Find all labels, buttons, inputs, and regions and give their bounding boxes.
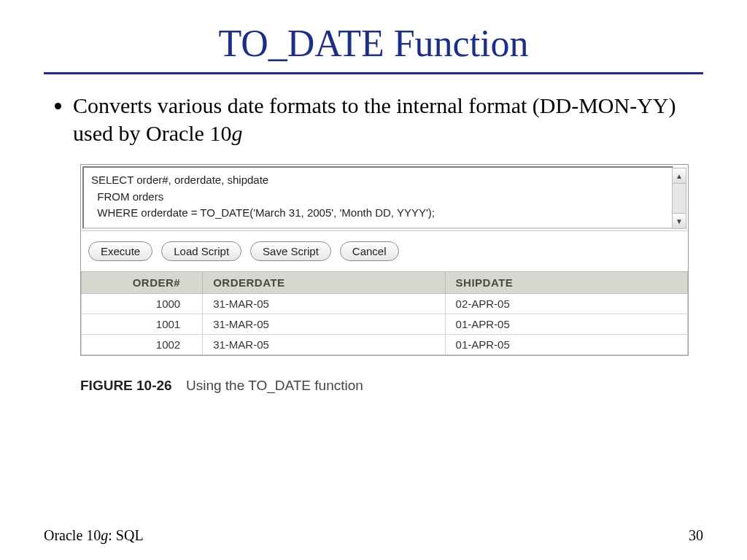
col-header-order: ORDER# bbox=[82, 272, 203, 294]
bullet-list: Converts various date formats to the int… bbox=[53, 92, 703, 147]
bullet-text: Converts various date formats to the int… bbox=[73, 93, 676, 145]
footer-book: Oracle 10g: SQL bbox=[44, 527, 144, 544]
slide-title: TO_DATE Function bbox=[44, 22, 703, 65]
title-divider bbox=[44, 72, 703, 74]
footer-book-italic: g bbox=[101, 527, 108, 543]
table-header-row: ORDER# ORDERDATE SHIPDATE bbox=[82, 272, 688, 294]
scrollbar[interactable]: ▲ ▼ bbox=[672, 168, 686, 229]
cell-order: 1001 bbox=[82, 314, 203, 335]
cell-orderdate: 31-MAR-05 bbox=[203, 314, 445, 335]
figure-caption-text: Using the TO_DATE function bbox=[186, 378, 363, 393]
cell-order: 1000 bbox=[82, 294, 203, 314]
col-header-orderdate: ORDERDATE bbox=[203, 272, 445, 294]
footer-page-number: 30 bbox=[689, 527, 703, 544]
table-row: 1001 31-MAR-05 01-APR-05 bbox=[82, 314, 688, 335]
sql-editor-wrap: SELECT order#, orderdate, shipdate FROM … bbox=[81, 166, 688, 231]
cell-shipdate: 01-APR-05 bbox=[445, 314, 687, 335]
scroll-down-icon[interactable]: ▼ bbox=[673, 213, 686, 228]
cell-shipdate: 01-APR-05 bbox=[445, 335, 687, 355]
col-header-shipdate: SHIPDATE bbox=[445, 272, 687, 294]
figure-label: FIGURE 10-26 bbox=[80, 378, 172, 393]
cell-orderdate: 31-MAR-05 bbox=[203, 335, 445, 355]
slide-footer: Oracle 10g: SQL 30 bbox=[44, 527, 703, 544]
bullet-text-italic: g bbox=[231, 121, 242, 145]
sql-screenshot: SELECT order#, orderdate, shipdate FROM … bbox=[80, 164, 689, 356]
save-script-button[interactable]: Save Script bbox=[250, 241, 331, 261]
button-row: Execute Load Script Save Script Cancel bbox=[81, 231, 688, 271]
slide: TO_DATE Function Converts various date f… bbox=[0, 0, 747, 560]
cell-shipdate: 02-APR-05 bbox=[445, 294, 687, 314]
cell-order: 1002 bbox=[82, 335, 203, 355]
cancel-button[interactable]: Cancel bbox=[340, 241, 399, 261]
figure-caption: FIGURE 10-26 Using the TO_DATE function bbox=[80, 378, 703, 394]
bullet-item: Converts various date formats to the int… bbox=[73, 92, 703, 147]
sql-textarea[interactable]: SELECT order#, orderdate, shipdate FROM … bbox=[82, 166, 673, 229]
results-table: ORDER# ORDERDATE SHIPDATE 1000 31-MAR-05… bbox=[81, 271, 688, 355]
execute-button[interactable]: Execute bbox=[88, 241, 152, 261]
table-row: 1002 31-MAR-05 01-APR-05 bbox=[82, 335, 688, 355]
cell-orderdate: 31-MAR-05 bbox=[203, 294, 445, 314]
footer-book-prefix: Oracle 10 bbox=[44, 527, 101, 543]
footer-book-suffix: : SQL bbox=[108, 527, 143, 543]
load-script-button[interactable]: Load Script bbox=[161, 241, 241, 261]
table-row: 1000 31-MAR-05 02-APR-05 bbox=[82, 294, 688, 314]
scroll-up-icon[interactable]: ▲ bbox=[673, 168, 686, 184]
